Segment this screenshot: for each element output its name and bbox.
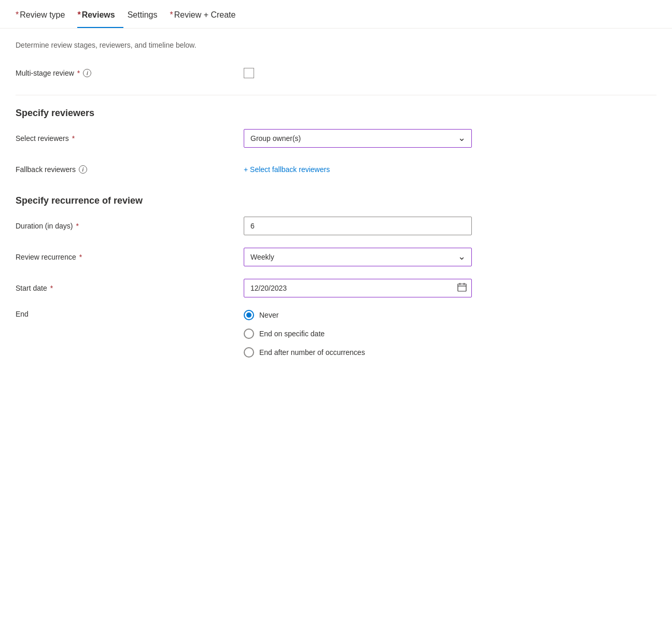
select-reviewers-dropdown[interactable]: Group owner(s) Selected user(s) and grou… — [244, 129, 472, 148]
duration-input[interactable] — [244, 217, 472, 235]
wizard-nav: * Review type * Reviews Settings * Revie… — [0, 0, 672, 28]
start-date-input[interactable] — [244, 279, 472, 297]
fallback-reviewers-label-text: Fallback reviewers — [16, 165, 76, 174]
multistage-label: Multi-stage review * i — [16, 69, 244, 77]
specify-recurrence-title: Specify recurrence of review — [16, 195, 656, 206]
start-date-wrapper — [244, 279, 472, 297]
radio-occurrences[interactable]: End after number of occurrences — [244, 347, 472, 358]
start-date-row: Start date * — [16, 279, 656, 297]
radio-specific-date-button[interactable] — [244, 329, 254, 339]
review-recurrence-wrapper: Weekly Monthly Quarterly Semi-annual Ann… — [244, 248, 472, 266]
end-label-text: End — [16, 310, 29, 318]
review-recurrence-row: Review recurrence * Weekly Monthly Quart… — [16, 248, 656, 266]
start-date-label: Start date * — [16, 284, 244, 292]
main-content: Determine review stages, reviewers, and … — [0, 28, 672, 387]
specify-reviewers-title: Specify reviewers — [16, 108, 656, 119]
nav-label-review-type: Review type — [20, 10, 65, 20]
radio-occurrences-button[interactable] — [244, 347, 254, 358]
radio-never[interactable]: Never — [244, 310, 472, 320]
select-reviewers-control: Group owner(s) Selected user(s) and grou… — [244, 129, 472, 148]
duration-label-text: Duration (in days) — [16, 222, 73, 230]
divider-1 — [16, 95, 656, 95]
start-date-control — [244, 279, 472, 297]
fallback-reviewers-control: + Select fallback reviewers — [244, 165, 472, 174]
nav-item-review-create[interactable]: * Review + Create — [170, 10, 244, 28]
required-star-reviews: * — [77, 10, 80, 20]
multistage-required-star: * — [77, 69, 80, 77]
select-reviewers-required-star: * — [72, 134, 75, 142]
end-label: End — [16, 310, 244, 318]
radio-specific-date[interactable]: End on specific date — [244, 329, 472, 339]
multistage-checkbox-wrapper — [244, 68, 472, 78]
radio-never-label: Never — [259, 311, 278, 319]
select-reviewers-row: Select reviewers * Group owner(s) Select… — [16, 129, 656, 148]
nav-item-settings[interactable]: Settings — [128, 10, 166, 28]
nav-label-reviews: Reviews — [82, 10, 115, 20]
nav-label-settings: Settings — [128, 10, 158, 20]
end-radio-group: Never End on specific date End after num… — [244, 310, 472, 358]
nav-label-review-create: Review + Create — [174, 10, 236, 20]
select-reviewers-label-text: Select reviewers — [16, 134, 69, 142]
required-star-review-type: * — [16, 10, 19, 20]
fallback-info-icon[interactable]: i — [79, 165, 87, 174]
select-reviewers-wrapper: Group owner(s) Selected user(s) and grou… — [244, 129, 472, 148]
start-date-label-text: Start date — [16, 284, 47, 292]
nav-item-review-type[interactable]: * Review type — [16, 10, 73, 28]
select-reviewers-label: Select reviewers * — [16, 134, 244, 142]
fallback-reviewers-row: Fallback reviewers i + Select fallback r… — [16, 160, 656, 179]
page-subtitle: Determine review stages, reviewers, and … — [16, 41, 656, 49]
duration-required-star: * — [76, 222, 79, 230]
radio-occurrences-label: End after number of occurrences — [259, 348, 365, 357]
duration-label: Duration (in days) * — [16, 222, 244, 230]
fallback-reviewers-label: Fallback reviewers i — [16, 165, 244, 174]
duration-row: Duration (in days) * — [16, 217, 656, 235]
multistage-checkbox[interactable] — [244, 68, 254, 78]
radio-never-button[interactable] — [244, 310, 254, 320]
start-date-required-star: * — [50, 284, 53, 292]
specify-recurrence-section: Specify recurrence of review Duration (i… — [16, 195, 656, 358]
duration-control — [244, 217, 472, 235]
review-recurrence-required-star: * — [79, 253, 82, 261]
end-row: End Never End on specific date End after… — [16, 310, 656, 358]
review-recurrence-label: Review recurrence * — [16, 253, 244, 261]
review-recurrence-label-text: Review recurrence — [16, 253, 76, 261]
nav-item-reviews[interactable]: * Reviews — [77, 10, 123, 28]
specify-reviewers-section: Specify reviewers Select reviewers * Gro… — [16, 108, 656, 179]
review-recurrence-dropdown[interactable]: Weekly Monthly Quarterly Semi-annual Ann… — [244, 248, 472, 266]
multistage-info-icon[interactable]: i — [83, 69, 91, 77]
required-star-review-create: * — [170, 10, 173, 20]
review-recurrence-control: Weekly Monthly Quarterly Semi-annual Ann… — [244, 248, 472, 266]
radio-specific-date-label: End on specific date — [259, 330, 325, 338]
end-control: Never End on specific date End after num… — [244, 310, 472, 358]
multistage-label-text: Multi-stage review — [16, 69, 74, 77]
multistage-review-row: Multi-stage review * i — [16, 64, 656, 82]
select-fallback-reviewers-link[interactable]: + Select fallback reviewers — [244, 165, 330, 174]
